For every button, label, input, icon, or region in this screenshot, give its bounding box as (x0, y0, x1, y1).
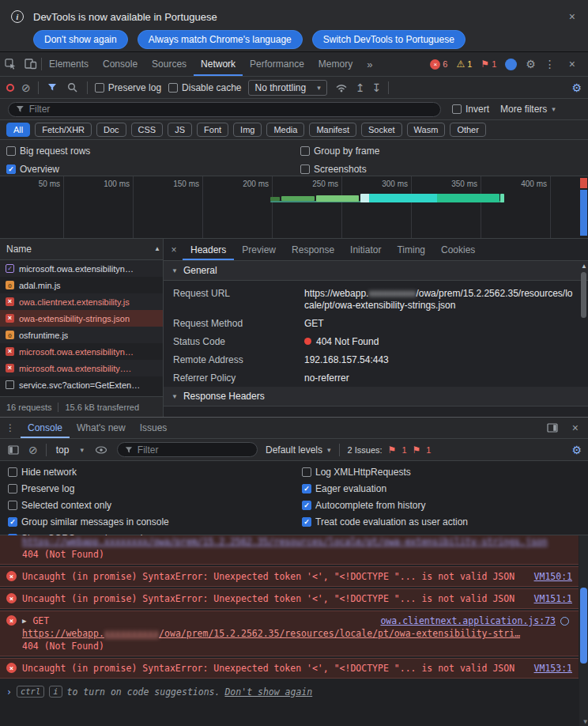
eye-icon[interactable] (93, 446, 109, 454)
dock-panel-icon[interactable] (542, 423, 563, 433)
overview-checkbox[interactable]: Overview (6, 164, 300, 175)
type-chip-all[interactable]: All (6, 123, 30, 137)
preserve-log-checkbox[interactable]: Preserve log (95, 82, 161, 93)
drawer-tab-issues[interactable]: Issues (133, 418, 175, 438)
tab-preview[interactable]: Preview (234, 239, 284, 260)
search-icon[interactable] (66, 82, 80, 93)
eager-evaluation-checkbox[interactable]: Eager evaluation (302, 483, 468, 494)
record-network-log-button[interactable] (6, 84, 14, 92)
inspect-icon[interactable] (0, 52, 21, 76)
console-prompt-icon[interactable]: › (6, 686, 12, 698)
expand-triangle-icon[interactable]: ▶ (22, 614, 26, 627)
type-chip[interactable]: CSS (131, 123, 164, 137)
details-scrollbar[interactable]: ▲ (580, 263, 587, 415)
group-by-frame-checkbox[interactable]: Group by frame (300, 146, 582, 157)
language-promo-icon[interactable] (505, 59, 517, 70)
request-row[interactable]: microsoft.owa.extensibility…. (0, 360, 163, 376)
console-filter-input[interactable] (138, 444, 250, 456)
general-section-header[interactable]: ▼ General (164, 261, 588, 281)
console-scrollbar[interactable]: ▼ (579, 535, 588, 726)
tab-network[interactable]: Network (194, 52, 243, 76)
source-link[interactable]: VM151:1 (534, 592, 572, 605)
selected-context-only-checkbox[interactable]: Selected context only (8, 500, 302, 511)
scrollbar-up-icon[interactable]: ▲ (581, 263, 587, 270)
tab-memory[interactable]: Memory (311, 52, 360, 76)
close-drawer-icon[interactable]: × (567, 420, 583, 436)
export-har-icon[interactable]: ↧ (371, 82, 381, 93)
source-link[interactable]: owa.clientnext.application.js:73 (380, 614, 556, 627)
autocomplete-history-checkbox[interactable]: Autocomplete from history (302, 500, 468, 511)
type-chip[interactable]: Fetch/XHR (35, 123, 92, 137)
issues-counter[interactable]: 2 Issues: ⚑ 1 ⚑ 1 (348, 444, 432, 456)
scrollbar-thumb[interactable] (580, 588, 587, 664)
screenshots-checkbox[interactable]: Screenshots (300, 164, 582, 175)
request-url-link[interactable]: https://webapp.xxxxxxxxxx/owa/prem/15.2.… (22, 627, 572, 640)
clear-console-icon[interactable]: ⊘ (28, 444, 38, 456)
more-tabs-icon[interactable]: » (360, 52, 379, 76)
hide-network-checkbox[interactable]: Hide network (8, 467, 302, 478)
name-column-header[interactable]: Name (0, 239, 163, 260)
clear-network-log-icon[interactable]: ⊘ (21, 82, 31, 93)
banner-close-icon[interactable]: × (564, 9, 580, 25)
type-chip[interactable]: Wasm (407, 123, 446, 137)
scrollbar-up-icon[interactable]: ▲ (154, 245, 160, 252)
network-settings-gear-icon[interactable]: ⚙ (571, 81, 582, 94)
console-settings-gear-icon[interactable]: ⚙ (571, 444, 582, 456)
blurred-url[interactable]: https://webapp.xxxxxxxx/owa/prem/15.2.25… (22, 535, 572, 548)
request-row[interactable]: owa.clientnext.extensibility.js (0, 293, 163, 310)
context-selector[interactable]: top ▾ (55, 444, 85, 456)
response-headers-section-header[interactable]: ▼ Response Headers (164, 387, 588, 406)
group-similar-checkbox[interactable]: Group similar messages in console (8, 516, 302, 527)
request-row[interactable]: microsoft.owa.extensibilityn… (0, 343, 163, 360)
type-chip[interactable]: Font (197, 123, 228, 137)
import-har-icon[interactable]: ↥ (356, 82, 365, 93)
log-xmlhttprequests-checkbox[interactable]: Log XMLHttpRequests (302, 467, 468, 478)
more-filters-dropdown[interactable]: More filters ▾ (500, 104, 556, 115)
tab-initiator[interactable]: Initiator (342, 239, 389, 260)
filter-toggle-icon[interactable] (46, 83, 58, 92)
network-filter-input[interactable] (29, 104, 433, 115)
device-toolbar-icon[interactable] (21, 52, 41, 76)
tab-response[interactable]: Response (284, 239, 342, 260)
type-chip[interactable]: JS (168, 123, 192, 137)
settings-gear-icon[interactable]: ⚙ (526, 58, 536, 70)
treat-evaluation-user-action-checkbox[interactable]: Treat code evaluation as user action (302, 516, 468, 527)
invert-filter-checkbox[interactable]: Invert (452, 104, 489, 115)
source-link[interactable]: VM153:1 (534, 662, 572, 675)
log-levels-dropdown[interactable]: Default levels ▾ (266, 444, 331, 456)
type-chip[interactable]: Img (233, 123, 262, 137)
request-row[interactable]: osfruntime.js (0, 327, 163, 343)
tab-timing[interactable]: Timing (389, 239, 433, 260)
source-link[interactable]: VM150:1 (534, 570, 572, 583)
drawer-menu-icon[interactable]: ⋮ (0, 418, 21, 438)
type-chip[interactable]: Doc (96, 123, 126, 137)
warning-count-badge[interactable]: ⚠ 1 (456, 59, 472, 70)
dont-show-again-link[interactable]: Don't show again (224, 686, 312, 698)
type-chip[interactable]: Other (450, 123, 486, 137)
drawer-tab-console[interactable]: Console (21, 418, 70, 438)
issues-count-badge[interactable]: ⚑ 1 (481, 59, 496, 70)
disable-cache-checkbox[interactable]: Disable cache (168, 82, 241, 93)
type-chip[interactable]: Socket (361, 123, 402, 137)
more-options-icon[interactable]: ⋮ (545, 58, 556, 70)
console-sidebar-icon[interactable] (6, 445, 21, 455)
request-row[interactable]: microsoft.owa.extensibilityn… (0, 260, 163, 277)
tab-headers[interactable]: Headers (183, 239, 234, 260)
big-request-rows-checkbox[interactable]: Big request rows (6, 146, 300, 157)
drawer-tab-whats-new[interactable]: What's new (70, 418, 133, 438)
type-chip[interactable]: Manifest (309, 123, 356, 137)
close-details-icon[interactable]: × (165, 239, 183, 260)
timeline-scrollbar[interactable] (580, 190, 587, 236)
network-overview-timeline[interactable]: 50 ms 100 ms 150 ms 200 ms 250 ms 300 ms… (0, 176, 588, 239)
scrollbar-thumb[interactable] (581, 272, 586, 318)
type-chip[interactable]: Media (266, 123, 304, 137)
preserve-log-console-checkbox[interactable]: Preserve log (8, 483, 302, 494)
dont-show-again-button[interactable]: Don't show again (33, 30, 128, 49)
throttling-select[interactable]: No throttling ▾ (248, 80, 326, 96)
scrollbar-down-icon[interactable]: ▼ (583, 718, 587, 725)
error-count-badge[interactable]: × 6 (430, 59, 447, 70)
switch-language-button[interactable]: Switch DevTools to Portuguese (312, 30, 466, 49)
match-language-button[interactable]: Always match Chrome's language (138, 30, 303, 49)
tab-cookies[interactable]: Cookies (433, 239, 483, 260)
tab-sources[interactable]: Sources (145, 52, 194, 76)
